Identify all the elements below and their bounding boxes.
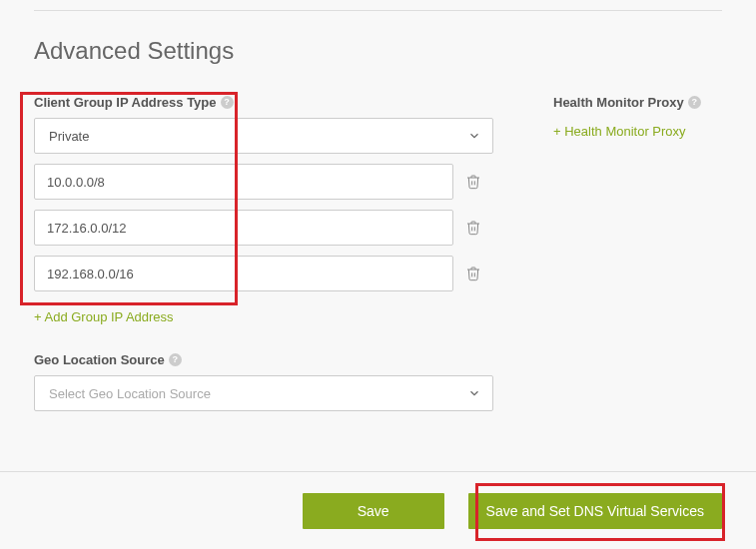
select-placeholder: Select Geo Location Source [49, 386, 211, 401]
client-group-type-select[interactable]: Private [34, 118, 493, 154]
geo-select[interactable]: Select Geo Location Source [34, 375, 493, 411]
ip-input[interactable]: 10.0.0.0/8 [34, 164, 453, 200]
add-group-ip-link[interactable]: + Add Group IP Address [34, 309, 513, 324]
help-icon[interactable]: ? [688, 96, 701, 109]
ip-row: 10.0.0.0/8 [34, 164, 513, 200]
geo-label: Geo Location Source ? [34, 352, 513, 367]
ip-row: 192.168.0.0/16 [34, 256, 513, 291]
trash-icon[interactable] [465, 265, 481, 282]
health-label: Health Monitor Proxy ? [553, 95, 722, 110]
page-heading: Advanced Settings [34, 37, 722, 65]
trash-icon[interactable] [465, 219, 481, 237]
chevron-down-icon [467, 129, 481, 143]
ip-input[interactable]: 172.16.0.0/12 [34, 210, 453, 246]
save-set-dns-button[interactable]: Save and Set DNS Virtual Services [468, 493, 722, 529]
trash-icon[interactable] [465, 173, 481, 191]
help-icon[interactable]: ? [221, 96, 234, 109]
help-icon[interactable]: ? [169, 353, 182, 366]
add-health-proxy-link[interactable]: + Health Monitor Proxy [553, 124, 722, 139]
chevron-down-icon [467, 386, 481, 400]
ip-input[interactable]: 192.168.0.0/16 [34, 256, 453, 291]
top-divider [34, 10, 722, 11]
ip-row: 172.16.0.0/12 [34, 210, 513, 246]
footer-bar: Save Save and Set DNS Virtual Services [0, 471, 756, 549]
save-button[interactable]: Save [303, 493, 444, 529]
select-value: Private [49, 129, 89, 144]
client-group-label: Client Group IP Address Type ? [34, 95, 513, 110]
